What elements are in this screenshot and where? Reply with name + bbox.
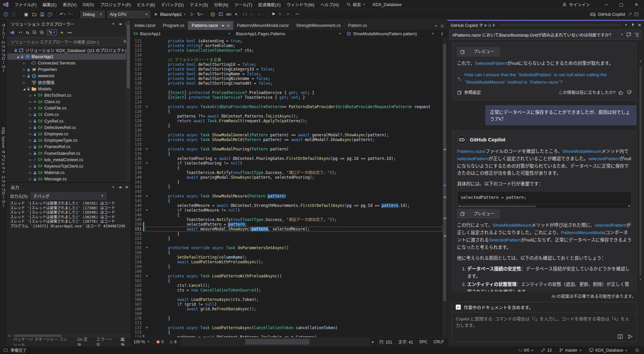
code-line-163[interactable]: 163 cts?.Cancel();	[131, 283, 442, 288]
send-icon[interactable]	[628, 334, 633, 339]
tree-collapse-arrow-icon[interactable]: ▷	[29, 113, 33, 116]
code-line-116[interactable]: 116 private bool defaultSortingId = fals…	[131, 62, 442, 67]
fold-arrow-icon[interactable]: ▼	[144, 208, 149, 213]
bottom-tab-1[interactable]: Git 変更	[74, 338, 93, 346]
close-button[interactable]: ✕	[629, 0, 644, 9]
navigate-cursor-icon[interactable]	[233, 10, 241, 18]
code-line-165[interactable]: 165	[131, 293, 442, 297]
code-line-137[interactable]: 137▼ if (selectedPouring != null)	[131, 161, 442, 166]
code-line-155[interactable]: 155▼ protected override async Task OnPar…	[131, 246, 442, 250]
code-line-135[interactable]: 135 {	[131, 151, 442, 156]
indent-increase-icon[interactable]: ≡→	[257, 10, 265, 18]
code-line-146[interactable]: 146 selectedMesure = await DbContext.Str…	[131, 203, 442, 208]
inline-code-link[interactable]: SelectedPattern	[489, 237, 521, 242]
line-structure-icon[interactable]	[241, 10, 249, 18]
pin-icon[interactable]	[118, 22, 122, 26]
tree-item-framesrefcs[interactable]: ▷C#FramesRef.cs	[7, 144, 131, 150]
thumbs-up-icon[interactable]	[618, 90, 624, 95]
menu-item-gitg[interactable]: Git(G)	[80, 0, 97, 9]
copy-code-button[interactable]	[457, 209, 468, 218]
copilot-menu-icon[interactable]	[634, 12, 639, 16]
chat-question-dropdown[interactable]: #Patterns.razor においてBlazorBootstrap.Grid…	[449, 30, 642, 40]
doc-tab-patternsmesuremodalrazor[interactable]: PatternsMesureModal.razor	[233, 21, 292, 30]
fold-arrow-icon[interactable]: ▼	[144, 147, 149, 151]
doc-tab-strengthmesurementcs[interactable]: StrengthMesurement.cs	[293, 21, 345, 30]
code-line-152[interactable]: 152 }	[131, 231, 442, 236]
code-line-125[interactable]: 125▼ private async Task<GridDataProvider…	[131, 104, 442, 109]
code-line-126[interactable]: 126 {	[131, 109, 442, 114]
code-line-162[interactable]: 162 {	[131, 278, 442, 283]
platform-dropdown[interactable]: Any CPU▼	[107, 11, 150, 18]
bottom-tab-3[interactable]: 出力	[117, 338, 131, 346]
tree-collapse-arrow-icon[interactable]: ▷	[29, 94, 33, 97]
code-line-158[interactable]: 158 await LoadPatternsWithPreloadAsync()…	[131, 260, 442, 264]
preview-button[interactable]: プレビュー	[468, 47, 500, 56]
code-line-142[interactable]: 142 }	[131, 184, 442, 189]
tree-item-kdxdatabase11[interactable]: ソリューション 'KDX_Database' (1/1 のプロジェクト)	[7, 47, 131, 53]
code-line-174[interactable]: 174 patterns = await DbContext.Patterns.…	[131, 335, 442, 337]
followup-suggestion[interactable]: How can I ensure that the `SelectedPatte…	[457, 71, 632, 86]
code-line-153[interactable]: 153 }	[131, 236, 442, 241]
menu-item-e[interactable]: 編集(E)	[40, 0, 60, 9]
code-line-159[interactable]: 159 }	[131, 264, 442, 269]
spell-check-icon[interactable]: abc	[225, 10, 233, 18]
menu-item-w[interactable]: ウィンドウ(W)	[284, 0, 317, 9]
code-line-171[interactable]: 171	[131, 321, 442, 325]
save-all-icon[interactable]	[47, 10, 54, 18]
indent-mode[interactable]: SPC	[416, 340, 431, 344]
code-line-117[interactable]: 117 private bool defaultSortingCategoryI…	[131, 67, 442, 72]
warning-count[interactable]: ⚠ 6	[166, 340, 179, 344]
include-document-checkbox[interactable]: ✓ 作業中のドキュメントを含めます。	[452, 302, 637, 312]
inline-code-link[interactable]: SelectedPattern	[475, 61, 507, 66]
code-line-160[interactable]: 160	[131, 269, 442, 274]
open-file-icon[interactable]	[31, 10, 38, 18]
code-line-150[interactable]: 150 selectedPattern = pattern;	[131, 222, 442, 227]
solution-tree-scrollbar[interactable]: ▲	[126, 20, 131, 182]
code-line-112[interactable]: 112 private string? sortedColumn;	[131, 43, 442, 48]
editor-hscrollbar[interactable]	[181, 338, 370, 346]
tree-item-employeecs[interactable]: ▷C#Employee.cs	[7, 131, 131, 137]
maximize-button[interactable]: ▢	[614, 0, 629, 9]
tree-item-bitstoshortcs[interactable]: ▷+C#BitsToShort.cs	[7, 92, 131, 98]
code-line-170[interactable]: 170 }	[131, 316, 442, 321]
inline-code-link[interactable]: Patterns.razor	[457, 149, 486, 154]
preview-selected-icon[interactable]: ⊶	[67, 30, 71, 35]
bookmark-clear-icon[interactable]: ⚑×	[294, 10, 301, 18]
tree-collapse-arrow-icon[interactable]: ▷	[29, 145, 33, 148]
code-line-143[interactable]: 143	[131, 189, 442, 194]
editor-scrollbar[interactable]	[442, 38, 447, 337]
window-menu-icon[interactable]: ▼	[112, 23, 115, 26]
close-panel-icon[interactable]: ✕	[638, 23, 641, 28]
pin-icon[interactable]	[118, 185, 122, 189]
pin-icon[interactable]	[631, 23, 635, 27]
undo-icon[interactable]: ↶▼	[59, 10, 66, 18]
tree-item-kdxmetalcontextcs[interactable]: ▷✓C#kdx_metalContext.cs	[7, 157, 131, 163]
code-line-120[interactable]: 120 private bool defaultSortingCreatedAt…	[131, 81, 442, 86]
pending-changes-filter-icon[interactable]: ◔▼	[18, 30, 23, 35]
chat-code-text[interactable]: selectedPattern = pattern;	[457, 191, 631, 204]
tree-item-messagecs[interactable]: ▷C#Message.cs	[7, 176, 131, 182]
inline-code-link[interactable]: PatternsMesureModal	[561, 230, 605, 235]
code-line-141[interactable]: 141 }	[131, 180, 442, 184]
new-project-icon[interactable]: ▣	[22, 10, 30, 18]
menu-item-p[interactable]: プロジェクト(P)	[97, 0, 134, 9]
code-line-147[interactable]: 147▼ if (selectedMesure != null)	[131, 208, 442, 213]
menu-item-v[interactable]: 表示(V)	[60, 0, 80, 9]
fold-arrow-icon[interactable]: ▼	[144, 194, 149, 198]
code-line-157[interactable]: 157 SetDefaultSorting(columnName);	[131, 255, 442, 260]
zoom-control[interactable]: 100 %▼	[134, 340, 153, 344]
references-button[interactable]: 参照設定	[457, 89, 481, 96]
code-line-151[interactable]: 151 await mesureModal.ShowAsync(pattern,…	[131, 227, 442, 231]
code-line-129[interactable]: 129 }	[131, 123, 442, 128]
run-button[interactable]: BlazorApp1▼	[152, 12, 188, 17]
navigate-back-icon[interactable]	[2, 10, 9, 18]
code-line-118[interactable]: 118 private bool defaultSortingName = fa…	[131, 72, 442, 76]
notifications-bell-icon[interactable]	[635, 348, 639, 353]
code-line-131[interactable]: 131 private async Task ShowModalGeneral(…	[131, 133, 442, 137]
start-without-debugging-icon[interactable]	[189, 10, 196, 18]
inline-code-link[interactable]: selectedPattern	[457, 156, 489, 161]
preview-button[interactable]: プレビュー	[468, 209, 500, 218]
code-line-149[interactable]: 149 ToastService.Notify(new(ToastType.Su…	[131, 217, 442, 222]
inline-code-link[interactable]: ShowModalMesure	[562, 149, 601, 154]
inline-code-link[interactable]: ShowModalMesure	[493, 223, 532, 228]
